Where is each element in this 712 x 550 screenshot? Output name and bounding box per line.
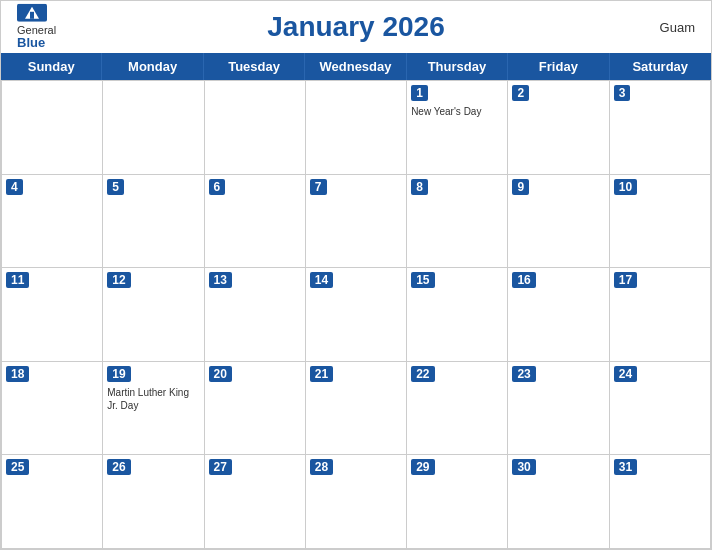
day-cell-4-0: 25 — [2, 455, 103, 549]
day-number: 21 — [310, 366, 333, 382]
logo-general-text: General Blue — [17, 24, 56, 50]
day-cell-2-4: 15 — [407, 268, 508, 362]
header-monday: Monday — [102, 53, 203, 80]
header-saturday: Saturday — [610, 53, 711, 80]
day-number: 25 — [6, 459, 29, 475]
day-number: 16 — [512, 272, 535, 288]
day-cell-4-4: 29 — [407, 455, 508, 549]
day-cell-3-2: 20 — [205, 362, 306, 456]
calendar-title: January 2026 — [267, 11, 444, 43]
day-number: 14 — [310, 272, 333, 288]
day-cell-0-1 — [103, 81, 204, 175]
header-tuesday: Tuesday — [204, 53, 305, 80]
day-number: 3 — [614, 85, 631, 101]
day-cell-1-2: 6 — [205, 175, 306, 269]
day-cell-4-3: 28 — [306, 455, 407, 549]
day-cell-2-1: 12 — [103, 268, 204, 362]
calendar: General Blue January 2026 Guam Sunday Mo… — [0, 0, 712, 550]
day-number: 11 — [6, 272, 29, 288]
day-number: 5 — [107, 179, 124, 195]
day-cell-3-4: 22 — [407, 362, 508, 456]
day-cell-1-0: 4 — [2, 175, 103, 269]
event-label: Martin Luther King Jr. Day — [107, 386, 199, 412]
svg-rect-2 — [30, 12, 34, 19]
day-cell-1-1: 5 — [103, 175, 204, 269]
day-cell-3-5: 23 — [508, 362, 609, 456]
day-number: 28 — [310, 459, 333, 475]
day-number: 26 — [107, 459, 130, 475]
day-cell-1-6: 10 — [610, 175, 711, 269]
day-number: 12 — [107, 272, 130, 288]
day-number: 29 — [411, 459, 434, 475]
logo: General Blue — [17, 4, 56, 50]
day-number: 6 — [209, 179, 226, 195]
day-cell-2-6: 17 — [610, 268, 711, 362]
day-cell-3-3: 21 — [306, 362, 407, 456]
day-cell-1-5: 9 — [508, 175, 609, 269]
day-number: 31 — [614, 459, 637, 475]
day-cell-1-3: 7 — [306, 175, 407, 269]
day-cell-0-0 — [2, 81, 103, 175]
day-cell-4-6: 31 — [610, 455, 711, 549]
day-cell-0-4: 1New Year's Day — [407, 81, 508, 175]
day-number: 20 — [209, 366, 232, 382]
header-sunday: Sunday — [1, 53, 102, 80]
day-number: 18 — [6, 366, 29, 382]
day-cell-0-5: 2 — [508, 81, 609, 175]
logo-icon — [17, 4, 47, 22]
day-number: 24 — [614, 366, 637, 382]
day-number: 30 — [512, 459, 535, 475]
day-number: 15 — [411, 272, 434, 288]
day-number: 19 — [107, 366, 130, 382]
header-thursday: Thursday — [407, 53, 508, 80]
day-number: 1 — [411, 85, 428, 101]
day-cell-4-1: 26 — [103, 455, 204, 549]
day-number: 7 — [310, 179, 327, 195]
day-number: 23 — [512, 366, 535, 382]
day-number: 2 — [512, 85, 529, 101]
day-number: 13 — [209, 272, 232, 288]
day-number: 22 — [411, 366, 434, 382]
day-number: 8 — [411, 179, 428, 195]
day-cell-0-6: 3 — [610, 81, 711, 175]
day-cell-3-6: 24 — [610, 362, 711, 456]
header-friday: Friday — [508, 53, 609, 80]
day-cell-2-0: 11 — [2, 268, 103, 362]
day-number: 4 — [6, 179, 23, 195]
day-cell-3-0: 18 — [2, 362, 103, 456]
day-cell-0-3 — [306, 81, 407, 175]
day-cell-3-1: 19Martin Luther King Jr. Day — [103, 362, 204, 456]
day-cell-0-2 — [205, 81, 306, 175]
day-number: 17 — [614, 272, 637, 288]
day-cell-2-5: 16 — [508, 268, 609, 362]
day-number: 27 — [209, 459, 232, 475]
calendar-grid: 1New Year's Day2345678910111213141516171… — [1, 80, 711, 549]
day-cell-2-2: 13 — [205, 268, 306, 362]
day-number: 10 — [614, 179, 637, 195]
day-cell-4-5: 30 — [508, 455, 609, 549]
day-headers-row: Sunday Monday Tuesday Wednesday Thursday… — [1, 53, 711, 80]
calendar-header: General Blue January 2026 Guam — [1, 1, 711, 53]
day-cell-2-3: 14 — [306, 268, 407, 362]
header-wednesday: Wednesday — [305, 53, 406, 80]
day-cell-1-4: 8 — [407, 175, 508, 269]
day-cell-4-2: 27 — [205, 455, 306, 549]
day-number: 9 — [512, 179, 529, 195]
region-label: Guam — [660, 20, 695, 35]
event-label: New Year's Day — [411, 105, 503, 118]
